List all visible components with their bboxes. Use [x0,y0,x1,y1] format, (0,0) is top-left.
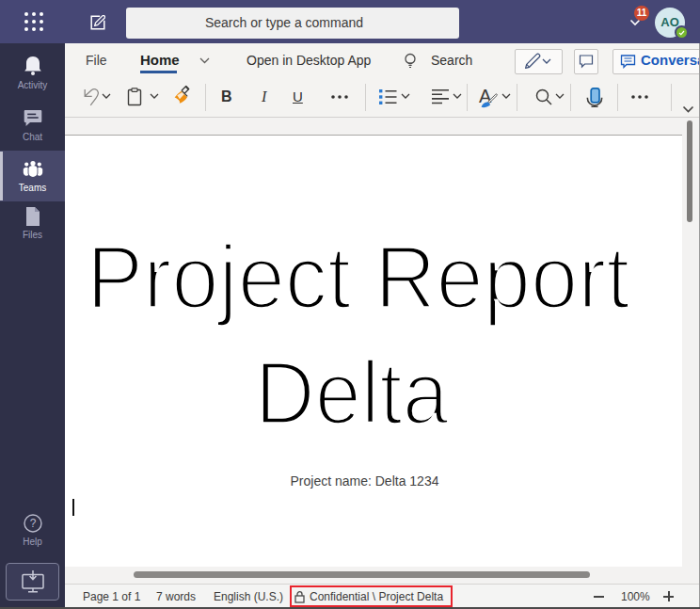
svg-text:?: ? [30,517,37,530]
